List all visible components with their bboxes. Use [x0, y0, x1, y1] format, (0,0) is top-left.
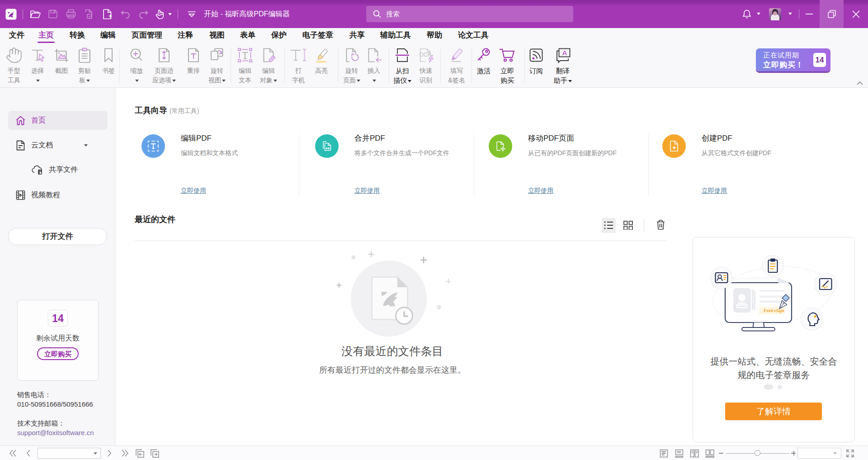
svg-text:Foxit eSign: Foxit eSign [763, 308, 784, 313]
svg-text:A: A [562, 49, 567, 57]
svg-text:OCR: OCR [420, 52, 432, 58]
